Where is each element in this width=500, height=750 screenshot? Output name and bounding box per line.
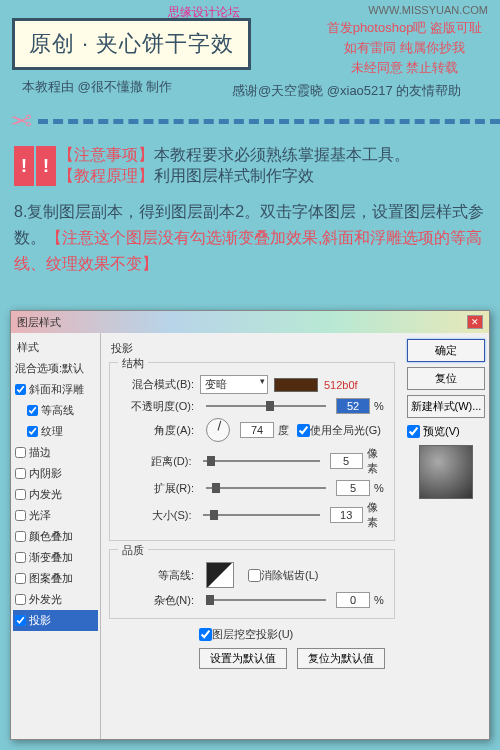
- red-line1: 首发photoshop吧 盗版可耻: [327, 18, 482, 38]
- alert-block: ! ! 【注意事项】本教程要求必须熟练掌握基本工具。 【教程原理】利用图层样式制…: [14, 145, 500, 187]
- sidebar-item-label: 斜面和浮雕: [29, 382, 84, 397]
- style-checkbox[interactable]: [27, 426, 38, 437]
- sidebar-item[interactable]: 纹理: [13, 421, 98, 442]
- style-checkbox[interactable]: [15, 447, 26, 458]
- red-line3: 未经同意 禁止转载: [327, 58, 482, 78]
- main-panel: 投影 结构 混合模式(B): 变暗 512b0f 不透明度(O): 52 % 角…: [101, 333, 403, 739]
- sidebar-item-label: 混合选项:默认: [15, 361, 84, 376]
- sidebar-item[interactable]: 颜色叠加: [13, 526, 98, 547]
- exclamation-icon: !: [36, 146, 56, 186]
- px-unit: 像素: [367, 446, 388, 476]
- sidebar-item-label: 等高线: [41, 403, 74, 418]
- sidebar-item[interactable]: 图案叠加: [13, 568, 98, 589]
- distance-slider[interactable]: [203, 460, 319, 462]
- spread-slider[interactable]: [206, 487, 326, 489]
- style-checkbox[interactable]: [15, 573, 26, 584]
- style-checkbox[interactable]: [15, 552, 26, 563]
- global-light-checkbox[interactable]: [297, 424, 310, 437]
- set-default-button[interactable]: 设置为默认值: [199, 648, 287, 669]
- noise-input[interactable]: 0: [336, 592, 370, 608]
- sidebar-item[interactable]: 外发光: [13, 589, 98, 610]
- group-label: 品质: [118, 543, 148, 558]
- sidebar-item-label: 纹理: [41, 424, 63, 439]
- size-input[interactable]: 13: [330, 507, 363, 523]
- new-style-button[interactable]: 新建样式(W)...: [407, 395, 485, 418]
- button-panel: 确定 复位 新建样式(W)... 预览(V): [403, 333, 489, 739]
- sidebar-item-label: 外发光: [29, 592, 62, 607]
- sidebar-item-label: 颜色叠加: [29, 529, 73, 544]
- sidebar-item-label: 投影: [29, 613, 51, 628]
- divider: ✂: [10, 106, 500, 137]
- sidebar-item[interactable]: 内阴影: [13, 463, 98, 484]
- angle-dial[interactable]: [206, 418, 230, 442]
- step-text: 8.复制图层副本，得到图层副本2。双击字体图层，设置图层样式参数。【注意这个图层…: [14, 199, 486, 277]
- dashed-line: [38, 119, 500, 124]
- sidebar-item[interactable]: 等高线: [13, 400, 98, 421]
- preview-label: 预览(V): [423, 424, 460, 439]
- style-sidebar: 样式 混合选项:默认斜面和浮雕等高线纹理描边内阴影内发光光泽颜色叠加渐变叠加图案…: [11, 333, 101, 739]
- scissor-icon: ✂: [10, 106, 32, 137]
- ok-button[interactable]: 确定: [407, 339, 485, 362]
- angle-label: 角度(A):: [116, 423, 194, 438]
- layer-style-dialog: 图层样式 ✕ 样式 混合选项:默认斜面和浮雕等高线纹理描边内阴影内发光光泽颜色叠…: [10, 310, 490, 740]
- antialias-checkbox[interactable]: [248, 569, 261, 582]
- opacity-label: 不透明度(O):: [116, 399, 194, 414]
- style-checkbox[interactable]: [15, 531, 26, 542]
- pct-unit: %: [374, 594, 384, 606]
- sidebar-item-label: 描边: [29, 445, 51, 460]
- sidebar-item[interactable]: 斜面和浮雕: [13, 379, 98, 400]
- sidebar-item-label: 内阴影: [29, 466, 62, 481]
- opacity-input[interactable]: 52: [336, 398, 370, 414]
- size-label: 大小(S):: [116, 508, 191, 523]
- spread-input[interactable]: 5: [336, 480, 370, 496]
- watermark-url: WWW.MISSYUAN.COM: [368, 4, 488, 16]
- style-checkbox[interactable]: [15, 594, 26, 605]
- noise-slider[interactable]: [206, 599, 326, 601]
- sidebar-item[interactable]: 光泽: [13, 505, 98, 526]
- sidebar-item[interactable]: 内发光: [13, 484, 98, 505]
- group-label: 结构: [118, 356, 148, 371]
- style-checkbox[interactable]: [27, 405, 38, 416]
- knockout-checkbox[interactable]: [199, 628, 212, 641]
- credit-thanks: 感谢@天空霞晓 @xiao5217 的友情帮助: [232, 82, 461, 100]
- red-line2: 如有雷同 纯属你抄我: [327, 38, 482, 58]
- style-checkbox[interactable]: [15, 489, 26, 500]
- structure-group: 结构 混合模式(B): 变暗 512b0f 不透明度(O): 52 % 角度(A…: [109, 362, 395, 541]
- style-checkbox[interactable]: [15, 615, 26, 626]
- sidebar-item[interactable]: 描边: [13, 442, 98, 463]
- reset-default-button[interactable]: 复位为默认值: [297, 648, 385, 669]
- cancel-button[interactable]: 复位: [407, 367, 485, 390]
- close-icon[interactable]: ✕: [467, 315, 483, 329]
- style-checkbox[interactable]: [15, 384, 26, 395]
- alert-text: 【注意事项】本教程要求必须熟练掌握基本工具。 【教程原理】利用图层样式制作字效: [58, 145, 410, 187]
- noise-label: 杂色(N):: [116, 593, 194, 608]
- shadow-color-swatch[interactable]: [274, 378, 318, 392]
- size-slider[interactable]: [203, 514, 319, 516]
- tutorial-title: 原创 · 夹心饼干字效: [12, 18, 251, 70]
- exclamation-icon: !: [14, 146, 34, 186]
- dialog-titlebar[interactable]: 图层样式 ✕: [11, 311, 489, 333]
- alert2-body: 利用图层样式制作字效: [154, 167, 314, 184]
- sidebar-item[interactable]: 混合选项:默认: [13, 358, 98, 379]
- contour-label: 等高线:: [116, 568, 194, 583]
- sidebar-item[interactable]: 渐变叠加: [13, 547, 98, 568]
- pct-unit: %: [374, 482, 384, 494]
- antialias-label: 消除锯齿(L): [261, 568, 318, 583]
- preview-thumbnail: [419, 445, 473, 499]
- blend-mode-select[interactable]: 变暗: [200, 375, 268, 394]
- distance-label: 距离(D):: [116, 454, 191, 469]
- watermark-forum: 思缘设计论坛: [168, 4, 240, 21]
- angle-input[interactable]: 74: [240, 422, 274, 438]
- style-checkbox[interactable]: [15, 468, 26, 479]
- step-note: 【注意这个图层没有勾选渐变叠加效果,斜面和浮雕选项的等高线、纹理效果不变】: [14, 229, 482, 272]
- contour-picker[interactable]: [206, 562, 234, 588]
- panel-title: 投影: [111, 341, 395, 356]
- distance-input[interactable]: 5: [330, 453, 363, 469]
- style-checkbox[interactable]: [15, 510, 26, 521]
- color-hex: 512b0f: [324, 379, 358, 391]
- spread-label: 扩展(R):: [116, 481, 194, 496]
- dialog-title-text: 图层样式: [17, 315, 61, 330]
- sidebar-item[interactable]: 投影: [13, 610, 98, 631]
- opacity-slider[interactable]: [206, 405, 326, 407]
- preview-checkbox[interactable]: [407, 425, 420, 438]
